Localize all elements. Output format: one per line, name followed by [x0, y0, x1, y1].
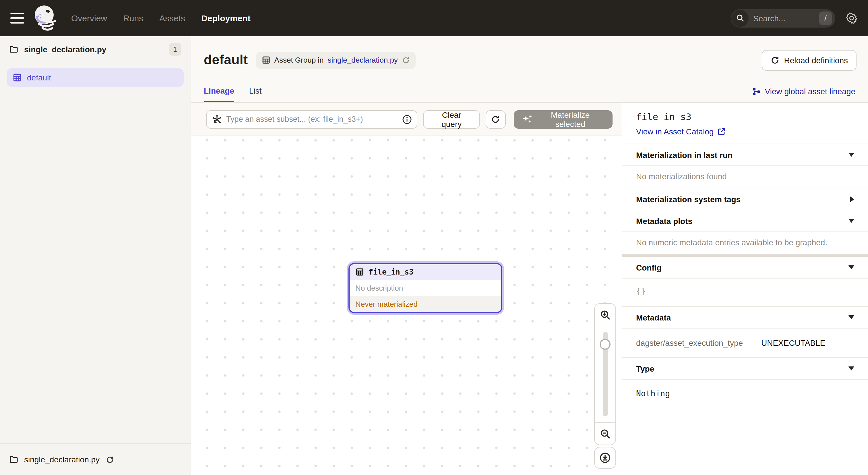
sidebar: single_declaration.py 1 default: [0, 36, 191, 475]
section-title: Materialization system tags: [636, 195, 741, 204]
dagster-logo[interactable]: [32, 4, 59, 32]
caret-down-icon: [848, 366, 854, 370]
main-area: default Asset Group in single_declaratio…: [191, 36, 868, 475]
section-title: Config: [636, 263, 662, 272]
nav-item-assets[interactable]: Assets: [159, 13, 185, 23]
tabs-row: Lineage List View global asset lineage: [191, 81, 868, 103]
section-materialization-last-run[interactable]: Materialization in last run: [622, 144, 868, 166]
asset-count-badge: 1: [169, 43, 181, 56]
sidebar-code-location[interactable]: single_declaration.py 1: [0, 36, 191, 63]
asset-group-icon: [12, 73, 22, 82]
no-numeric-metadata-text: No numeric metadata entries available to…: [622, 232, 868, 254]
search-icon: [732, 9, 749, 27]
caret-down-icon: [848, 315, 854, 319]
lineage-graph-icon: [752, 87, 761, 96]
nav-item-runs[interactable]: Runs: [123, 13, 143, 23]
section-title: Materialization in last run: [636, 150, 733, 159]
top-nav: Overview Runs Assets Deployment /: [0, 0, 868, 36]
tab-lineage[interactable]: Lineage: [204, 81, 234, 102]
graph-toolbar: Clear query: [191, 103, 622, 136]
materialize-label: Materialize selected: [536, 110, 604, 128]
sparkle-icon: [522, 114, 532, 124]
node-title: file_in_s3: [369, 268, 414, 276]
section-metadata[interactable]: Metadata: [622, 307, 868, 329]
asset-group-badge: Asset Group in single_declaration.py: [256, 51, 415, 69]
asset-table-icon: [355, 268, 364, 276]
zoom-out-icon[interactable]: [595, 423, 615, 445]
section-title: Metadata: [636, 313, 671, 322]
asset-detail-panel: file_in_s3 View in Asset Catalog: [622, 103, 868, 475]
panel-header: file_in_s3 View in Asset Catalog: [622, 103, 868, 144]
metadata-value: UNEXECUTABLE: [761, 338, 826, 348]
section-title: Metadata plots: [636, 216, 692, 226]
type-value: Nothing: [622, 380, 868, 407]
catalog-link-label: View in Asset Catalog: [636, 127, 714, 136]
reload-definitions-label: Reload definitions: [784, 55, 848, 65]
asset-group-icon: [262, 56, 270, 64]
zoom-controls: [594, 303, 616, 445]
dagster-app: Overview Runs Assets Deployment /: [0, 0, 868, 475]
materialize-selected-button[interactable]: Materialize selected: [514, 110, 613, 128]
caret-down-icon: [848, 265, 854, 269]
nav-item-deployment[interactable]: Deployment: [201, 13, 251, 23]
reload-group-icon[interactable]: [402, 56, 410, 64]
gear-icon[interactable]: [846, 12, 858, 24]
section-materialization-system-tags[interactable]: Materialization system tags: [622, 188, 868, 210]
view-global-asset-lineage-link[interactable]: View global asset lineage: [752, 81, 856, 102]
asset-subset-query: [206, 110, 417, 128]
folder-icon: [9, 45, 19, 54]
view-in-asset-catalog-link[interactable]: View in Asset Catalog: [636, 127, 854, 136]
primary-nav: Overview Runs Assets Deployment: [71, 13, 251, 23]
global-search[interactable]: /: [731, 9, 835, 27]
global-lineage-label: View global asset lineage: [765, 87, 856, 96]
reload-location-icon[interactable]: [105, 455, 114, 464]
sidebar-item-default-group[interactable]: default: [7, 68, 184, 87]
op-selector-icon: [212, 114, 222, 124]
reload-definitions-button[interactable]: Reload definitions: [762, 50, 857, 70]
section-separator: [622, 254, 868, 257]
search-shortcut-key: /: [819, 11, 832, 25]
lineage-canvas[interactable]: file_in_s3 No description Never material…: [191, 136, 622, 475]
tab-list[interactable]: List: [249, 81, 262, 102]
zoom-slider-thumb[interactable]: [600, 339, 611, 350]
config-value: {}: [622, 278, 868, 307]
badge-code-location-link[interactable]: single_declaration.py: [328, 56, 398, 64]
refresh-graph-button[interactable]: [486, 110, 505, 128]
node-description: No description: [350, 280, 501, 296]
zoom-slider[interactable]: [595, 326, 615, 422]
footer-code-location-label: single_declaration.py: [24, 455, 100, 464]
external-link-icon: [718, 127, 725, 136]
clear-query-button[interactable]: Clear query: [423, 110, 480, 128]
caret-down-icon: [848, 153, 854, 157]
asset-subset-input[interactable]: [206, 110, 417, 128]
lineage-graph-area: Clear query: [191, 103, 622, 475]
node-materialization-status: Never materialized: [350, 296, 501, 312]
download-image-icon[interactable]: [594, 447, 616, 469]
section-title: Type: [636, 364, 654, 373]
asset-node-file-in-s3[interactable]: file_in_s3 No description Never material…: [348, 263, 502, 313]
folder-icon: [9, 455, 19, 464]
page-header: default Asset Group in single_declaratio…: [191, 36, 868, 81]
caret-right-icon: [850, 196, 854, 202]
sidebar-footer: single_declaration.py: [0, 443, 191, 475]
page-title: default: [204, 52, 248, 68]
section-type[interactable]: Type: [622, 358, 868, 380]
metadata-row: dagster/asset_execution_type UNEXECUTABL…: [622, 329, 868, 358]
search-input[interactable]: [749, 13, 819, 23]
no-materializations-text: No materializations found: [622, 166, 868, 188]
metadata-key: dagster/asset_execution_type: [636, 338, 761, 348]
group-label: default: [27, 73, 51, 82]
section-config[interactable]: Config: [622, 257, 868, 278]
badge-prefix: Asset Group in: [274, 56, 324, 64]
info-icon[interactable]: [402, 114, 412, 124]
hamburger-menu-icon[interactable]: [10, 13, 24, 23]
panel-asset-name: file_in_s3: [636, 112, 854, 122]
zoom-in-icon[interactable]: [595, 304, 615, 326]
caret-down-icon: [848, 219, 854, 223]
code-location-label: single_declaration.py: [24, 45, 106, 54]
nav-item-overview[interactable]: Overview: [71, 13, 107, 23]
nav-right-group: /: [731, 9, 858, 27]
section-metadata-plots[interactable]: Metadata plots: [622, 210, 868, 232]
